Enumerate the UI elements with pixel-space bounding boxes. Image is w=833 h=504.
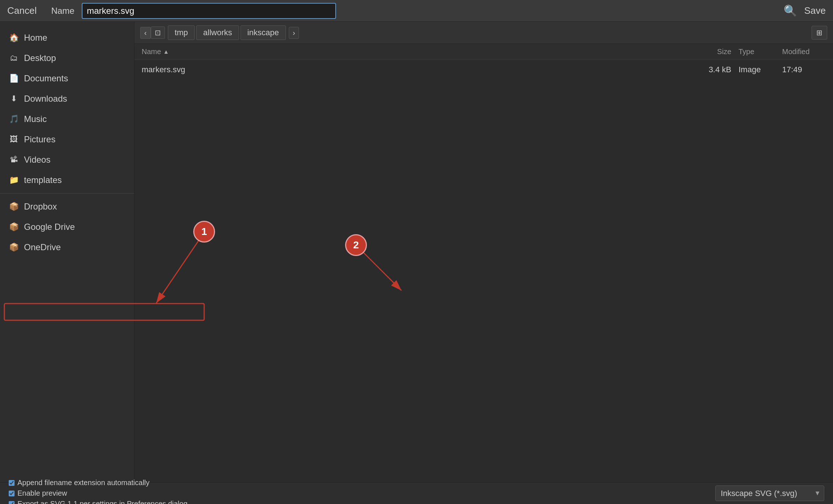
checkbox-group: Append filename extension automatically … <box>9 479 187 504</box>
breadcrumb-forward-button[interactable]: › <box>289 27 299 39</box>
sidebar-item-pictures[interactable]: 🖼 Pictures <box>0 129 134 150</box>
dropbox-icon: 📦 <box>9 202 19 211</box>
file-size: 3.4 kB <box>688 65 731 74</box>
templates-icon: 📁 <box>9 175 19 185</box>
grid-view-button[interactable]: ⊞ <box>812 26 827 40</box>
annotation-2: 2 <box>345 234 367 256</box>
checkbox-svg11-label[interactable]: Export as SVG 1.1 per settings in Prefer… <box>9 500 187 504</box>
name-label: Name <box>51 6 74 16</box>
file-name: markers.svg <box>142 65 688 74</box>
file-list: markers.svg 3.4 kB Image 17:49 <box>134 60 833 482</box>
save-button[interactable]: Save <box>804 5 826 16</box>
bottom-bar: Append filename extension automatically … <box>0 482 833 504</box>
sidebar-item-downloads[interactable]: ⬇ Downloads <box>0 89 134 109</box>
sidebar-item-templates-label: templates <box>24 175 62 185</box>
file-modified: 17:49 <box>775 65 826 74</box>
sidebar-item-downloads-label: Downloads <box>24 94 67 104</box>
sidebar-item-templates[interactable]: 📁 templates <box>0 170 134 190</box>
breadcrumb-history-button[interactable]: ⊡ <box>151 27 165 39</box>
sidebar-item-desktop-label: Desktop <box>24 53 56 63</box>
file-list-header: Name ▲ Size Type Modified <box>134 44 833 60</box>
checkbox-append[interactable] <box>9 480 15 486</box>
sidebar-item-onedrive[interactable]: 📦 OneDrive <box>0 237 134 257</box>
format-select[interactable]: Inkscape SVG (*.svg) Plain SVG (*.svg) P… <box>715 485 824 501</box>
table-row[interactable]: markers.svg 3.4 kB Image 17:49 <box>134 60 833 80</box>
sidebar-item-google-drive[interactable]: 📦 Google Drive <box>0 217 134 237</box>
breadcrumb-back-button[interactable]: ‹ <box>140 27 151 39</box>
home-icon: 🏠 <box>9 33 19 42</box>
column-modified-header[interactable]: Modified <box>775 48 826 56</box>
column-type-header[interactable]: Type <box>731 48 775 56</box>
file-type: Image <box>731 65 775 74</box>
sidebar-item-music[interactable]: 🎵 Music <box>0 109 134 129</box>
search-button[interactable]: 🔍 <box>784 4 797 17</box>
sidebar-item-videos-label: Videos <box>24 155 50 165</box>
top-bar: Cancel Name 🔍 Save <box>0 0 833 22</box>
checkbox-svg11-text: Export as SVG 1.1 per settings in Prefer… <box>17 500 187 504</box>
sidebar-item-videos[interactable]: 📽 Videos <box>0 150 134 170</box>
format-select-wrapper: Inkscape SVG (*.svg) Plain SVG (*.svg) P… <box>715 485 824 501</box>
breadcrumb-inkscape[interactable]: inkscape <box>240 25 286 40</box>
downloads-icon: ⬇ <box>9 94 19 103</box>
sidebar-item-desktop[interactable]: 🗂 Desktop <box>0 48 134 68</box>
sidebar-item-documents-label: Documents <box>24 73 68 84</box>
checkbox-preview[interactable] <box>9 491 15 496</box>
music-icon: 🎵 <box>9 114 19 124</box>
file-area: ‹ ⊡ tmp allworks inkscape › ⊞ Name ▲ Siz… <box>134 22 833 482</box>
column-name-header[interactable]: Name ▲ <box>142 48 688 56</box>
annotation-1: 1 <box>193 221 215 243</box>
checkbox-preview-text: Enable preview <box>17 489 67 497</box>
sidebar-item-documents[interactable]: 📄 Documents <box>0 68 134 89</box>
checkbox-append-label[interactable]: Append filename extension automatically <box>9 479 187 487</box>
checkbox-svg11[interactable] <box>9 501 15 504</box>
sidebar: 🏠 Home 🗂 Desktop 📄 Documents ⬇ Downloads… <box>0 22 134 482</box>
sidebar-item-google-drive-label: Google Drive <box>24 222 75 232</box>
checkbox-append-text: Append filename extension automatically <box>17 479 150 487</box>
cancel-button[interactable]: Cancel <box>7 5 37 16</box>
sidebar-item-onedrive-label: OneDrive <box>24 242 61 252</box>
google-drive-icon: 📦 <box>9 222 19 232</box>
pictures-icon: 🖼 <box>9 135 19 144</box>
sidebar-item-dropbox[interactable]: 📦 Dropbox <box>0 196 134 217</box>
breadcrumb-tmp[interactable]: tmp <box>168 25 195 40</box>
main-layout: 🏠 Home 🗂 Desktop 📄 Documents ⬇ Downloads… <box>0 22 833 482</box>
videos-icon: 📽 <box>9 155 19 164</box>
column-size-header[interactable]: Size <box>688 48 731 56</box>
sidebar-item-pictures-label: Pictures <box>24 134 56 145</box>
breadcrumb-bar: ‹ ⊡ tmp allworks inkscape › ⊞ <box>134 22 833 44</box>
sidebar-item-music-label: Music <box>24 114 47 124</box>
sidebar-divider <box>0 193 134 194</box>
sidebar-item-home-label: Home <box>24 33 47 43</box>
sidebar-item-dropbox-label: Dropbox <box>24 202 57 212</box>
onedrive-icon: 📦 <box>9 243 19 252</box>
checkbox-preview-label[interactable]: Enable preview <box>9 489 187 497</box>
filename-input[interactable] <box>82 3 336 19</box>
desktop-icon: 🗂 <box>9 53 19 63</box>
documents-icon: 📄 <box>9 74 19 83</box>
breadcrumb-allworks[interactable]: allworks <box>196 25 239 40</box>
sidebar-item-home[interactable]: 🏠 Home <box>0 28 134 48</box>
